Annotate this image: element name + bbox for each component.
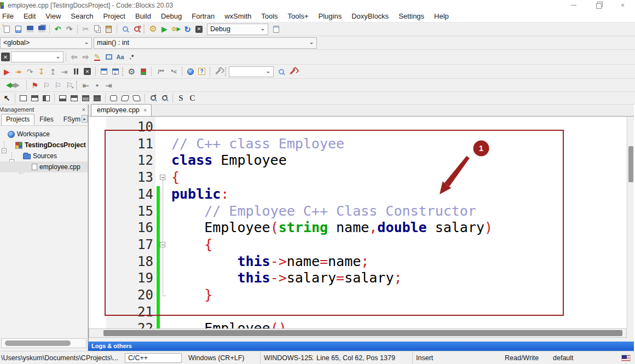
step-into-button[interactable]: ↧	[36, 66, 47, 77]
search-prev-button[interactable]: ⇦	[68, 51, 80, 62]
menu-debug[interactable]: Debug	[156, 10, 187, 22]
build-and-run-button[interactable]: ⚙▶	[170, 24, 182, 34]
step-out-button[interactable]: ↥	[47, 66, 59, 77]
undo-button[interactable]: ↶	[52, 24, 64, 34]
menu-tools[interactable]: Tools+	[283, 10, 314, 22]
tree-item-workspace[interactable]: Workspace	[0, 129, 88, 140]
valgrind-button[interactable]: ⚙	[126, 66, 137, 77]
tab-close-icon[interactable]: ×	[143, 107, 147, 113]
management-tab-files[interactable]: Files	[34, 114, 58, 125]
close-button[interactable]: ×	[610, 0, 635, 10]
clear-bookmarks-button[interactable]: ⚐×	[64, 80, 75, 91]
run-to-cursor-button[interactable]: ↠	[13, 66, 24, 77]
code-viewport[interactable]: 1011// C++ class Employee12class Employe…	[89, 117, 627, 328]
doxy-settings-button[interactable]	[212, 66, 224, 77]
next-line-button[interactable]: ↷	[24, 66, 36, 77]
jump-forward-button[interactable]: ⇥	[103, 80, 114, 91]
tree-item-employee-cpp[interactable]: employee.cpp	[0, 161, 88, 172]
tree-item-testingdocsproject[interactable]: TestingDocsProject	[0, 140, 88, 151]
management-close-button[interactable]: ×	[82, 106, 85, 113]
cut-button[interactable]: ✂	[80, 24, 91, 34]
layout-3-button[interactable]	[80, 93, 91, 103]
symbol-search-button[interactable]	[275, 66, 287, 77]
regex-button[interactable]: .*	[126, 51, 137, 62]
pointer-tool-button[interactable]: ↖	[1, 93, 13, 103]
doxy-help-button[interactable]: ?	[196, 66, 207, 77]
tree-item-sources[interactable]: Sources	[0, 151, 88, 161]
status-highlight-mode[interactable]: C/C++	[124, 351, 185, 364]
paste-button[interactable]	[103, 24, 114, 34]
editor-vscrollbar[interactable]	[627, 117, 634, 328]
toolbar-grip[interactable]	[143, 25, 145, 33]
save-all-button[interactable]	[36, 24, 47, 34]
layout-2-button[interactable]	[68, 93, 80, 103]
stop-debug-button[interactable]: ✕	[82, 66, 93, 77]
jump-back-button[interactable]: ⇤	[80, 80, 91, 91]
split-vert-button[interactable]	[41, 93, 52, 103]
tabs-overflow-button[interactable]: ▸	[82, 115, 88, 123]
editor-tab-employee-cpp[interactable]: employee.cpp ×	[91, 104, 152, 116]
search-next-button[interactable]: ⇨	[80, 51, 91, 62]
zoom-out-button[interactable]: −	[159, 93, 170, 103]
editor-vscrollbar-thumb[interactable]	[628, 146, 633, 182]
copy-button[interactable]	[91, 24, 103, 34]
menu-fortran[interactable]: Fortran	[187, 10, 220, 22]
select-region-button[interactable]	[18, 93, 29, 103]
doxy-block-comment-button[interactable]: /**	[154, 66, 168, 77]
codestat-button[interactable]: C	[187, 93, 198, 103]
browse-forward-button[interactable]	[13, 80, 24, 91]
split-quad-button[interactable]	[29, 93, 41, 103]
management-tab-projects[interactable]: Projects	[1, 114, 34, 125]
toggle-bookmark-button[interactable]: ⚑	[29, 80, 41, 91]
panel-hscrollbar-thumb[interactable]	[5, 340, 71, 346]
zoom-in-button[interactable]: +	[147, 93, 159, 103]
open-file-button[interactable]	[13, 24, 24, 34]
run-button[interactable]: ▶	[159, 24, 170, 34]
scope-select[interactable]: <global>	[0, 37, 92, 49]
prev-bookmark-button[interactable]: ⚐	[41, 80, 52, 91]
redo-button[interactable]: ↷	[64, 24, 75, 34]
incremental-search-input[interactable]	[11, 51, 64, 62]
jump-home-button[interactable]: ●	[91, 80, 103, 91]
target-options-button[interactable]	[270, 24, 282, 34]
clear-search-button[interactable]: ✕	[1, 53, 10, 61]
replace-button[interactable]: R	[131, 24, 142, 34]
next-bookmark-button[interactable]: ⚐	[52, 80, 64, 91]
symbol-settings-button[interactable]	[287, 66, 298, 77]
toolbar-grip[interactable]	[76, 81, 78, 90]
frame-1-button[interactable]	[108, 93, 119, 103]
layout-1-button[interactable]	[57, 93, 68, 103]
debug-info-button[interactable]	[109, 66, 121, 77]
run-analysis-button[interactable]	[137, 66, 149, 77]
abort-button[interactable]: ✕	[193, 24, 205, 34]
next-instruction-button[interactable]: ⇥	[59, 66, 70, 77]
restore-button[interactable]	[586, 0, 610, 10]
browse-back-button[interactable]	[1, 80, 13, 91]
frame-3-button[interactable]	[131, 93, 142, 103]
selected-text-only-button[interactable]	[103, 51, 114, 62]
debug-windows-button[interactable]	[98, 66, 109, 77]
save-button[interactable]	[24, 24, 36, 34]
minimize-button[interactable]	[561, 0, 586, 10]
snippets-button[interactable]: S	[175, 93, 187, 103]
layout-4-button[interactable]	[91, 93, 103, 103]
menu-wxsmith[interactable]: wxSmith	[220, 10, 256, 22]
build-button[interactable]: ⚙	[147, 24, 159, 34]
symbol-search-input[interactable]	[229, 66, 274, 77]
menu-settings[interactable]: Settings	[394, 10, 429, 22]
menu-tools[interactable]: Tools	[256, 10, 282, 22]
toolbar-grip[interactable]	[225, 67, 227, 76]
frame-2-button[interactable]	[119, 93, 131, 103]
menu-project[interactable]: Project	[99, 10, 130, 22]
menu-file[interactable]: File	[0, 10, 19, 22]
menu-plugins[interactable]: Plugins	[314, 10, 347, 22]
rebuild-button[interactable]: ↻	[182, 24, 193, 34]
pause-debug-button[interactable]	[70, 66, 82, 77]
toolbar-grip[interactable]	[122, 67, 124, 76]
build-target-select[interactable]: Debug	[207, 24, 268, 35]
menu-doxyblocks[interactable]: DoxyBlocks	[347, 10, 394, 22]
match-case-button[interactable]: Aa	[114, 51, 126, 62]
doxy-line-comment-button[interactable]: *<	[168, 66, 180, 77]
symbol-select[interactable]: main() : int	[94, 37, 317, 49]
menu-build[interactable]: Build	[130, 10, 156, 22]
